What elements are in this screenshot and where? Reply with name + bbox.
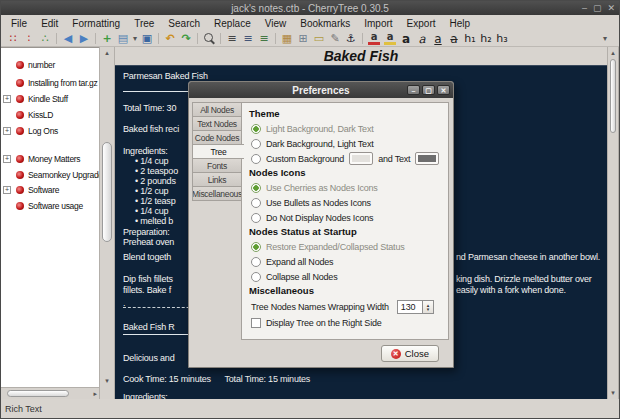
wrapping-width-spinner[interactable]: 130▴▾ bbox=[397, 300, 434, 314]
h3-icon[interactable]: h₃ bbox=[494, 32, 510, 45]
preferences-tab-code-nodes[interactable]: Code Nodes bbox=[192, 130, 242, 145]
window-minimize-button[interactable]: – bbox=[582, 3, 587, 13]
window-close-button[interactable]: ✕ bbox=[607, 3, 615, 13]
save-icon[interactable]: ▣ bbox=[139, 32, 155, 45]
scrollbar-thumb[interactable] bbox=[102, 142, 112, 242]
new-instance-icon[interactable]: + bbox=[99, 32, 115, 45]
radio-button[interactable] bbox=[251, 139, 261, 149]
editor-vertical-scrollbar[interactable]: ▴ ▾ bbox=[607, 47, 619, 399]
insert-codebox-icon[interactable]: ▭ bbox=[311, 32, 327, 45]
preferences-tab-links[interactable]: Links bbox=[192, 172, 242, 187]
checkbox[interactable] bbox=[251, 318, 261, 328]
redo-icon[interactable]: ↷ bbox=[178, 32, 194, 45]
radio-button[interactable] bbox=[251, 124, 261, 134]
window-maximize-button[interactable]: ▢ bbox=[593, 3, 602, 13]
insert-link-icon[interactable]: ✎ bbox=[327, 32, 343, 45]
option-row-restore-expanded-collapsed-status[interactable]: Restore Expanded/Collapsed Status bbox=[249, 239, 441, 254]
open-file-icon[interactable]: ▤ bbox=[115, 32, 131, 45]
dialog-minimize-button[interactable]: – bbox=[407, 85, 420, 95]
menu-search[interactable]: Search bbox=[161, 18, 207, 29]
option-row-display-tree-on-the-right-side[interactable]: Display Tree on the Right Side bbox=[249, 315, 441, 330]
scroll-down-arrow-icon[interactable]: ▾ bbox=[608, 389, 618, 397]
toolbar-overflow-icon[interactable]: ▾ bbox=[597, 32, 613, 45]
tree-node-software-usage[interactable]: Software usage bbox=[1, 199, 99, 213]
go-forward-icon[interactable]: ▶ bbox=[76, 32, 92, 45]
preferences-tab-text-nodes[interactable]: Text Nodes bbox=[192, 116, 242, 131]
go-back-icon[interactable]: ◀ bbox=[60, 32, 76, 45]
expander-plus-icon[interactable]: + bbox=[3, 155, 11, 163]
scrollbar-thumb[interactable] bbox=[610, 59, 616, 133]
menu-formatting[interactable]: Formatting bbox=[65, 18, 127, 29]
preferences-tab-tree[interactable]: Tree bbox=[192, 144, 244, 159]
option-row-do-not-display-nodes-icons[interactable]: Do Not Display Nodes Icons bbox=[249, 210, 441, 225]
h2-icon[interactable]: h₂ bbox=[478, 32, 494, 45]
option-row-expand-all-nodes[interactable]: Expand all Nodes bbox=[249, 254, 441, 269]
close-button[interactable]: ✕ Close bbox=[381, 345, 439, 362]
bullet-list-icon[interactable]: ≡ bbox=[224, 32, 240, 45]
option-row-use-cherries-as-nodes-icons[interactable]: Use Cherries as Nodes Icons bbox=[249, 180, 441, 195]
h1-icon[interactable]: h₁ bbox=[462, 32, 478, 45]
tree-node-seamonkey-upgrade[interactable]: Seamonkey Upgrade bbox=[1, 168, 99, 182]
dialog-maximize-button[interactable]: ▢ bbox=[422, 85, 435, 95]
todo-list-icon[interactable]: ≡ bbox=[256, 32, 272, 45]
radio-button[interactable] bbox=[251, 257, 261, 267]
scroll-up-arrow-icon[interactable]: ▴ bbox=[608, 49, 618, 57]
tree-node-money-matters[interactable]: +Money Matters bbox=[1, 152, 99, 166]
insert-image-icon[interactable]: ▦ bbox=[279, 32, 295, 45]
option-row-tree-nodes-names-wrapping-width[interactable]: Tree Nodes Names Wrapping Width130▴▾ bbox=[249, 298, 441, 315]
radio-button[interactable] bbox=[251, 198, 261, 208]
menu-bookmarks[interactable]: Bookmarks bbox=[293, 18, 357, 29]
menu-help[interactable]: Help bbox=[443, 18, 478, 29]
menu-tree[interactable]: Tree bbox=[127, 18, 161, 29]
foreground-color-icon[interactable]: a bbox=[368, 33, 380, 45]
node-tree[interactable]: numberInstalling from tar.gz+Kindle Stuf… bbox=[1, 48, 99, 387]
background-color-icon[interactable]: a bbox=[384, 33, 396, 45]
spinner-value[interactable]: 130 bbox=[397, 300, 423, 314]
radio-button[interactable] bbox=[251, 183, 261, 193]
strikethrough-icon[interactable]: a bbox=[446, 32, 462, 45]
expander-plus-icon[interactable]: + bbox=[3, 186, 11, 194]
tree-node-kindle-stuff[interactable]: +Kindle Stuff bbox=[1, 92, 99, 106]
menu-export[interactable]: Export bbox=[400, 18, 443, 29]
custom-text-swatch[interactable] bbox=[415, 152, 439, 165]
spin-down-arrow-icon[interactable]: ▾ bbox=[427, 307, 429, 311]
insert-anchor-icon[interactable]: ⚓ bbox=[343, 32, 359, 45]
window-titlebar[interactable]: jack's notes.ctb - CherryTree 0.30.5 – ▢… bbox=[1, 1, 619, 15]
option-row-custom-background[interactable]: Custom Backgroundand Text bbox=[249, 151, 441, 166]
scroll-up-arrow-icon[interactable]: ▴ bbox=[100, 49, 114, 57]
add-node-icon[interactable]: ∶ bbox=[21, 32, 37, 45]
option-row-light-background-dark-text[interactable]: Light Background, Dark Text bbox=[249, 121, 441, 136]
open-recent-dropdown-icon[interactable]: ▾ bbox=[131, 32, 139, 45]
custom-background-swatch[interactable] bbox=[349, 152, 373, 165]
menu-file[interactable]: File bbox=[4, 18, 34, 29]
tree-node-installing-from-tar-gz[interactable]: Installing from tar.gz bbox=[1, 76, 99, 90]
tree-node-software[interactable]: +Software bbox=[1, 183, 99, 197]
underline-icon[interactable]: a bbox=[430, 32, 446, 45]
scroll-down-arrow-icon[interactable]: ▾ bbox=[100, 377, 114, 385]
preferences-tab-miscellaneous[interactable]: Miscellaneous bbox=[192, 186, 242, 201]
cherry-node-icon[interactable]: ∷ bbox=[5, 32, 21, 45]
tree-node-number[interactable]: number bbox=[1, 58, 99, 72]
scrollbar-thumb[interactable] bbox=[7, 390, 69, 397]
preferences-tab-all-nodes[interactable]: All Nodes bbox=[192, 102, 242, 117]
menu-replace[interactable]: Replace bbox=[207, 18, 258, 29]
tree-node-kissld[interactable]: KissLD bbox=[1, 108, 99, 122]
option-row-collapse-all-nodes[interactable]: Collapse all Nodes bbox=[249, 269, 441, 284]
undo-icon[interactable]: ↶ bbox=[162, 32, 178, 45]
menu-import[interactable]: Import bbox=[357, 18, 399, 29]
option-row-dark-background-light-text[interactable]: Dark Background, Light Text bbox=[249, 136, 441, 151]
add-subnode-icon[interactable]: ∴ bbox=[37, 32, 53, 45]
insert-table-icon[interactable]: ⊞ bbox=[295, 32, 311, 45]
radio-button[interactable] bbox=[251, 272, 261, 282]
menu-edit[interactable]: Edit bbox=[34, 18, 65, 29]
search-icon[interactable] bbox=[201, 32, 217, 45]
numbered-list-icon[interactable]: ≡ bbox=[240, 32, 256, 45]
spinner-arrows[interactable]: ▴▾ bbox=[423, 300, 434, 314]
bold-icon[interactable]: a bbox=[398, 32, 414, 45]
radio-button[interactable] bbox=[251, 242, 261, 252]
dialog-titlebar[interactable]: Preferences – ▢ ✕ bbox=[189, 82, 453, 98]
option-row-use-bullets-as-nodes-icons[interactable]: Use Bullets as Nodes Icons bbox=[249, 195, 441, 210]
tree-node-log-ons[interactable]: +Log Ons bbox=[1, 124, 99, 138]
expander-plus-icon[interactable]: + bbox=[3, 127, 11, 135]
preferences-tab-fonts[interactable]: Fonts bbox=[192, 158, 242, 173]
